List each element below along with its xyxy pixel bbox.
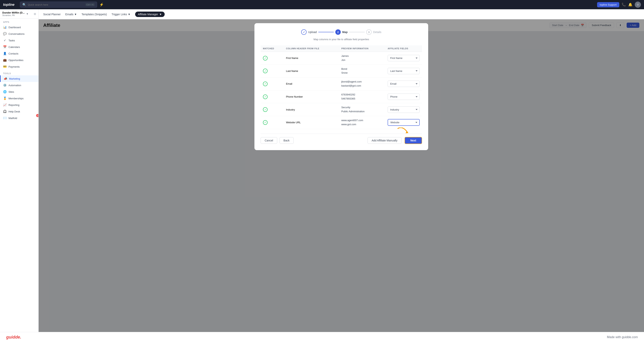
next-button[interactable]: Next (404, 137, 422, 144)
sidebar-item-label: Sites (8, 90, 14, 93)
field-select-email[interactable]: Email (388, 81, 420, 87)
app-logo: topline (3, 3, 14, 7)
preview-cell: 67839402925467893365 (339, 90, 385, 103)
made-with-tagline: Made with guidde.com (607, 335, 638, 339)
field-select-firstname[interactable]: First Name (388, 55, 420, 61)
tasks-icon: ✓ (3, 39, 6, 42)
collapse-sidebar-icon[interactable]: ⊞ (34, 12, 36, 16)
sidebar-item-helpdesk[interactable]: 🎧 Help Desk (0, 108, 38, 115)
sub-nav-templates[interactable]: Templates (Snippets) (82, 12, 107, 17)
bell-icon[interactable]: 🔔 (628, 3, 632, 7)
sidebar-item-tasks[interactable]: ✓ Tasks (0, 37, 38, 44)
field-select-lastname[interactable]: Last Name (388, 68, 420, 74)
back-button[interactable]: Back (280, 137, 294, 144)
sidebar-item-calendars[interactable]: 📅 Calendars (0, 44, 38, 50)
column-header-cell: First Name (284, 52, 339, 65)
sidebar-item-label: Automation (8, 84, 21, 87)
sidebar-item-label: Marketing (9, 77, 20, 80)
mailfold-icon: ✉️ (3, 116, 6, 120)
sidebar-item-memberships[interactable]: 🏅 Memberships (0, 95, 38, 102)
sidebar-item-label: Mailfold (8, 117, 17, 120)
step-3-label: Details (373, 31, 382, 34)
col-header-fields: AFFILIATE FIELDS (385, 45, 422, 52)
avatar[interactable]: U (635, 2, 641, 8)
add-affiliate-manually-button[interactable]: Add Affiliate Manually (368, 137, 402, 144)
sidebar-item-label: Tasks (8, 39, 15, 42)
col-header-matched: MATCHED (260, 45, 284, 52)
step-2: 2 Map (335, 29, 348, 35)
step-1-label: Upload (308, 31, 316, 34)
field-select-phone[interactable]: Phone (388, 94, 420, 100)
layout: Dunder Mifflin (D... Scranton, PA ▼ ⊞ Ap… (0, 9, 644, 342)
nav-right: topline Support 📞 🔔 U (597, 2, 641, 8)
sidebar-item-automation[interactable]: ⚙️ Automation (0, 82, 38, 89)
conversations-icon: 💬 (3, 32, 6, 36)
cancel-button[interactable]: Cancel (260, 137, 277, 144)
sidebar-item-label: Reporting (8, 104, 19, 107)
sub-nav-emails[interactable]: Emails ▼ (65, 12, 77, 17)
sidebar-item-marketing[interactable]: 📣 Marketing (0, 75, 38, 82)
tools-section-label: Tools (0, 70, 38, 75)
sidebar-item-label: Dashboard (8, 26, 21, 29)
lightning-icon[interactable]: ⚡ (100, 3, 104, 7)
stepper: ✓ Upload 2 Map 3 Details (260, 29, 422, 35)
column-header-cell: Last Name (284, 65, 339, 78)
top-nav: topline 🔍 Ctrl + K ⚡ topline Support 📞 🔔… (0, 0, 644, 9)
sub-nav: Social Planner Emails ▼ Templates (Snipp… (38, 9, 644, 19)
memberships-icon: 🏅 (3, 97, 6, 100)
workspace-name: Dunder Mifflin (D... (2, 11, 25, 14)
search-bar[interactable]: 🔍 Ctrl + K (20, 2, 97, 8)
workspace-location: Scranton, PA (2, 14, 25, 17)
column-header-cell: Industry (284, 103, 339, 116)
column-header-cell: Website URL (284, 116, 339, 129)
sidebar-item-opportunities[interactable]: 💼 Opportunities (0, 57, 38, 63)
search-input[interactable] (28, 3, 84, 6)
phone-icon[interactable]: 📞 (622, 3, 626, 7)
table-row: ✓ Industry SecurityPublic Administration… (260, 103, 422, 116)
sidebar-item-mailfold[interactable]: ✉️ Mailfold 15 (0, 115, 38, 121)
payments-icon: 💳 (3, 65, 6, 68)
field-select-website[interactable]: Website (388, 119, 420, 126)
sub-nav-affiliate-manager[interactable]: Affiliate Manager ▼ (135, 12, 165, 17)
preview-cell: BondSnow (339, 65, 385, 78)
table-row: ✓ Phone Number 67839402925467893365 Phon… (260, 90, 422, 103)
sub-nav-social-planner[interactable]: Social Planner (43, 12, 60, 17)
sidebar-item-payments[interactable]: 💳 Payments (0, 63, 38, 70)
field-select-industry[interactable]: Industry (388, 107, 420, 113)
yellow-arrow-icon (397, 128, 410, 134)
map-table: MATCHED COLUMN HEADER FROM FILE PREVIEW … (260, 45, 422, 129)
trigger-links-dropdown-icon: ▼ (128, 13, 130, 16)
dashboard-icon: 📊 (3, 26, 6, 29)
sidebar-item-label: Help Desk (8, 110, 20, 113)
preview-cell: SecurityPublic Administration (339, 103, 385, 116)
col-header-column: COLUMN HEADER FROM FILE (284, 45, 339, 52)
step-1-circle: ✓ (301, 29, 306, 35)
support-button[interactable]: topline Support (597, 2, 619, 7)
sidebar-item-contacts[interactable]: 👤 Contacts (0, 50, 38, 57)
affiliate-manager-dropdown-icon: ▼ (159, 13, 162, 16)
table-row: ✓ Website URL www.agent007.comwww.got.co… (260, 116, 422, 129)
emails-dropdown-icon: ▼ (74, 13, 77, 16)
sidebar-item-reporting[interactable]: 📈 Reporting (0, 102, 38, 108)
sub-nav-trigger-links[interactable]: Trigger Links ▼ (112, 12, 130, 17)
step-1: ✓ Upload (301, 29, 316, 35)
reporting-icon: 📈 (3, 103, 6, 107)
sidebar-item-conversations[interactable]: 💬 Conversations (0, 31, 38, 37)
sidebar-item-dashboard[interactable]: 📊 Dashboard (0, 24, 38, 31)
sidebar-item-label: Calendars (8, 46, 20, 49)
sidebar-item-sites[interactable]: 🌐 Sites (0, 89, 38, 95)
search-icon: 🔍 (22, 3, 26, 7)
mailfold-badge: 15 (36, 114, 38, 117)
preview-cell: www.agent007.comwww.got.com (339, 116, 385, 129)
workspace-dropdown-icon: ▼ (26, 13, 28, 15)
sidebar-item-label: Conversations (8, 33, 24, 35)
column-header-cell: Email (284, 78, 339, 90)
step-3: 3 Details (366, 29, 382, 35)
main-content: Affiliate Start Date → End Date 📅 Submit… (38, 19, 644, 342)
workspace-selector[interactable]: Dunder Mifflin (D... Scranton, PA ▼ ⊞ (0, 9, 38, 19)
preview-cell: JamesJon (339, 52, 385, 65)
automation-icon: ⚙️ (3, 84, 6, 87)
modal-footer: Cancel Back Add Affiliate Manually Next (260, 134, 422, 144)
matched-icon: ✓ (263, 82, 268, 86)
sidebar-item-label: Contacts (8, 52, 18, 55)
